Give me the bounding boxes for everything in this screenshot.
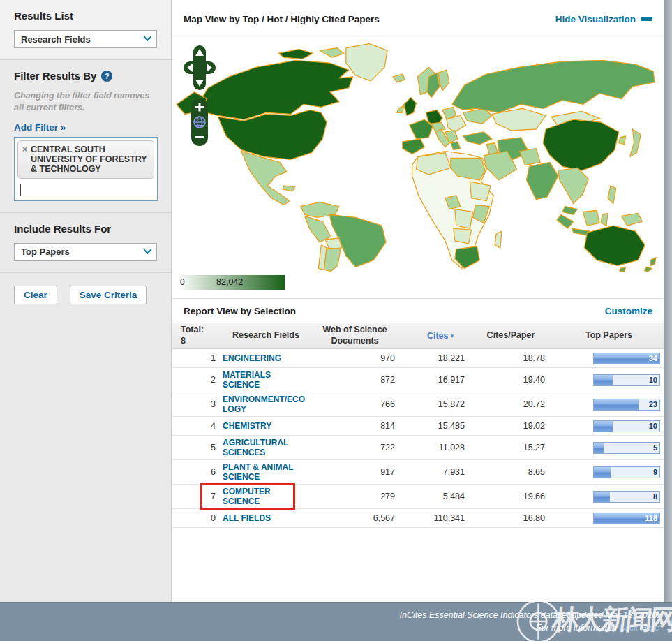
- row-cites: 16,917: [404, 375, 477, 385]
- column-header-wos-documents[interactable]: Web of Science Documents: [315, 325, 404, 346]
- hide-visualization-link[interactable]: Hide Visualization: [555, 14, 652, 24]
- incites-esi-page: Results List Research Fields Filter Resu…: [0, 0, 672, 641]
- filter-section: Filter Results By ? Changing the filter …: [0, 60, 171, 213]
- row-rank: 1: [172, 353, 223, 363]
- top-papers-bar[interactable]: 34: [593, 353, 660, 364]
- row-field-link[interactable]: ALL FIELDS: [223, 513, 271, 523]
- row-rank: 3: [172, 399, 223, 409]
- chevron-down-icon: [144, 249, 151, 254]
- include-results-selected-value: Top Papers: [21, 246, 70, 257]
- row-docs: 814: [315, 421, 404, 431]
- row-field-link[interactable]: MATERIALS SCIENCE: [223, 370, 306, 390]
- include-results-select[interactable]: Top Papers: [14, 243, 157, 261]
- filter-tag-label: CENTRAL SOUTH UNIVERSITY OF FORESTRY & T…: [31, 145, 149, 174]
- row-field-link[interactable]: COMPUTER SCIENCE: [223, 487, 306, 506]
- table-row: 1 ENGINEERING 970 18,221 18.78 34: [172, 349, 664, 368]
- filter-note: Changing the filter field removes all cu…: [14, 90, 157, 114]
- text-cursor: [20, 184, 21, 196]
- table-row: 0 ALL FIELDS 6,567 110,341 16.80 118: [172, 509, 664, 528]
- top-papers-bar[interactable]: 5: [593, 442, 660, 454]
- results-list-section: Results List Research Fields: [0, 0, 171, 60]
- top-papers-bar[interactable]: 10: [593, 374, 660, 386]
- row-rank: 2: [172, 375, 223, 385]
- include-results-heading: Include Results For: [14, 223, 111, 235]
- row-cites: 11,028: [404, 443, 477, 452]
- row-cites-per-paper: 8.65: [477, 467, 558, 477]
- row-cites: 18,221: [404, 353, 477, 363]
- table-header-row: Total: 8 Research Fields Web of Science …: [172, 323, 664, 349]
- world-map-visualization: 0 82,042: [172, 38, 664, 299]
- row-rank: 7: [172, 492, 223, 501]
- results-list-heading: Results List: [14, 10, 73, 22]
- customize-link[interactable]: Customize: [605, 306, 652, 316]
- window-edge-scroll-strip[interactable]: [664, 0, 672, 602]
- report-view-title: Report View by Selection: [184, 306, 296, 316]
- total-count-header: Total: 8: [172, 325, 223, 346]
- row-cites: 110,341: [404, 513, 477, 523]
- column-header-cites[interactable]: Cites▾: [404, 331, 477, 341]
- footer-dataset-note: InCites Essential Science Indicators dat…: [400, 609, 659, 621]
- row-cites-per-paper: 20.72: [477, 399, 558, 409]
- hide-visualization-label: Hide Visualization: [555, 14, 636, 24]
- row-cites: 7,931: [404, 467, 477, 477]
- top-papers-bar-value: 118: [645, 514, 657, 522]
- scale-max-label: 82,042: [216, 277, 243, 287]
- top-papers-bar[interactable]: 8: [593, 491, 660, 503]
- row-cites-per-paper: 19.40: [477, 375, 558, 385]
- map-view-title: Map View by Top / Hot / Highly Cited Pap…: [184, 14, 380, 24]
- results-list-select[interactable]: Research Fields: [14, 30, 157, 48]
- top-papers-bar-fill: [594, 467, 611, 478]
- report-table: Total: 8 Research Fields Web of Science …: [172, 323, 664, 528]
- column-header-top-papers[interactable]: Top Papers: [558, 330, 664, 341]
- cites-header-label: Cites: [427, 331, 449, 341]
- top-papers-bar-value: 34: [649, 354, 657, 362]
- column-header-research-fields[interactable]: Research Fields: [223, 330, 315, 341]
- top-papers-bar-fill: [594, 443, 604, 453]
- add-filter-link[interactable]: Add Filter »: [14, 122, 66, 133]
- report-view-header: Report View by Selection Customize: [172, 299, 664, 323]
- click-here-link[interactable]: Click Here: [619, 623, 659, 633]
- top-papers-bar-value: 5: [653, 443, 657, 452]
- table-row: 6 PLANT & ANIMAL SCIENCE 917 7,931 8.65 …: [172, 460, 664, 485]
- footer-info-prefix: For more information: [536, 623, 619, 633]
- remove-filter-icon[interactable]: ×: [22, 145, 27, 154]
- top-papers-bar-fill: [594, 375, 613, 385]
- row-cites-per-paper: 19.02: [477, 421, 558, 431]
- footer: InCites Essential Science Indicators dat…: [0, 602, 672, 641]
- row-field-link[interactable]: ENVIRONMENT/ECOLOGY: [223, 395, 306, 414]
- row-field-link[interactable]: PLANT & ANIMAL SCIENCE: [223, 462, 306, 482]
- choropleth-world-map[interactable]: [175, 40, 661, 273]
- row-cites: 5,484: [404, 492, 477, 501]
- clear-button[interactable]: Clear: [14, 286, 57, 304]
- include-results-section: Include Results For Top Papers: [0, 213, 171, 273]
- top-papers-bar-fill: [594, 399, 639, 410]
- map-view-header: Map View by Top / Hot / Highly Cited Pap…: [172, 0, 664, 38]
- row-docs: 872: [315, 375, 404, 385]
- total-value: 8: [181, 336, 186, 346]
- row-field-link[interactable]: ENGINEERING: [223, 353, 281, 363]
- top-papers-bar[interactable]: 9: [593, 466, 660, 478]
- top-papers-bar[interactable]: 118: [593, 513, 660, 524]
- row-docs: 722: [315, 443, 404, 452]
- row-cites-per-paper: 18.78: [477, 353, 558, 363]
- map-pan-control[interactable]: [184, 45, 216, 90]
- top-papers-bar[interactable]: 10: [593, 420, 660, 432]
- map-zoom-control[interactable]: [191, 98, 208, 146]
- help-icon[interactable]: ?: [101, 71, 112, 82]
- row-rank: 6: [172, 467, 223, 477]
- row-docs: 279: [315, 492, 404, 501]
- row-rank: 0: [172, 513, 223, 523]
- filter-heading: Filter Results By: [14, 70, 96, 82]
- row-field-link[interactable]: CHEMISTRY: [223, 421, 271, 431]
- row-docs: 970: [315, 353, 404, 363]
- filter-input-box[interactable]: × CENTRAL SOUTH UNIVERSITY OF FORESTRY &…: [14, 137, 158, 201]
- top-papers-bar[interactable]: 23: [593, 399, 660, 411]
- row-field-link[interactable]: AGRICULTURAL SCIENCES: [223, 438, 306, 457]
- row-docs: 917: [315, 467, 404, 477]
- results-list-selected-value: Research Fields: [21, 34, 91, 45]
- column-header-cites-per-paper[interactable]: Cites/Paper: [477, 330, 558, 341]
- table-row: 7 COMPUTER SCIENCE 279 5,484 19.66 8: [172, 485, 664, 509]
- main-panel: Map View by Top / Hot / Highly Cited Pap…: [172, 0, 664, 602]
- collapse-icon: [641, 17, 652, 21]
- save-criteria-button[interactable]: Save Criteria: [70, 286, 147, 304]
